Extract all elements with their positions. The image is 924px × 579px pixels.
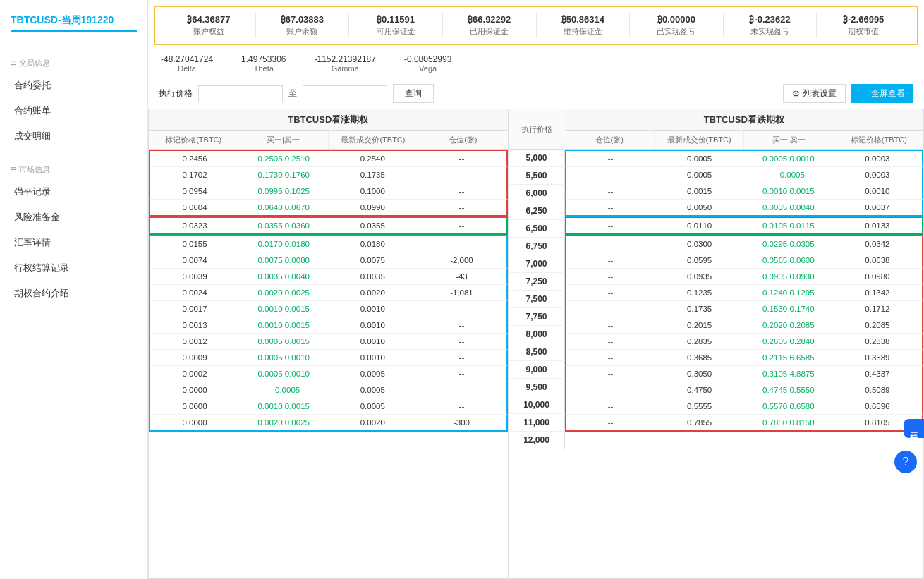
- table-row[interactable]: -- 0.4750 0.4745 0.5550 0.5089: [565, 382, 924, 398]
- call-last-price: 0.0010: [328, 301, 417, 317]
- put-mark-price: 0.2085: [833, 317, 922, 333]
- help-button[interactable]: ?: [894, 451, 917, 473]
- three-min-label: 三分钟玩转期权: [909, 426, 919, 431]
- put-position: --: [566, 183, 655, 199]
- put-bid-ask: 0.0105 0.0115: [744, 218, 833, 233]
- table-row[interactable]: -- 0.0005 0.0005 0.0010 0.0003: [565, 150, 924, 166]
- table-row[interactable]: -- 0.0005 -- 0.0005 0.0003: [565, 166, 924, 183]
- table-row[interactable]: -- 0.0595 0.0565 0.0600 0.0638: [565, 252, 924, 268]
- table-row[interactable]: 0.2456 0.2505 0.2510 0.2540 --: [149, 150, 508, 166]
- sidebar-item-trades[interactable]: 成交明细: [0, 123, 147, 149]
- gamma-value: -1152.21392187: [314, 54, 375, 64]
- call-last-price: 0.1735: [328, 167, 417, 183]
- table-row[interactable]: 0.0000 0.0020 0.0025 0.0020 -300: [149, 414, 508, 432]
- table-row[interactable]: 0.0000 -- 0.0005 0.0005 --: [149, 382, 508, 398]
- call-bid-ask: 0.0640 0.0670: [239, 200, 328, 215]
- call-position: --: [417, 382, 506, 398]
- theta-greek: 1.49753306 Theta: [241, 54, 286, 73]
- strike-price-row: 6,500: [509, 220, 565, 238]
- table-row[interactable]: -- 0.2835 0.2605 0.2840 0.2838: [565, 333, 924, 349]
- table-row[interactable]: 0.0009 0.0005 0.0010 0.0010 --: [149, 349, 508, 365]
- call-last-price: 0.1000: [328, 183, 417, 199]
- realized-pnl-label: 已实现盈亏: [636, 26, 717, 37]
- sidebar-item-exchange-rate[interactable]: 汇率详情: [0, 230, 147, 255]
- table-row[interactable]: -- 0.1235 0.1240 0.1295 0.1342: [565, 284, 924, 300]
- table-row[interactable]: -- 0.0110 0.0105 0.0115 0.0133: [565, 217, 924, 235]
- put-position: --: [566, 398, 655, 414]
- put-last-price: 0.0005: [655, 167, 744, 183]
- table-row[interactable]: -- 0.2015 0.2020 0.2085 0.2085: [565, 317, 924, 333]
- sidebar-item-exercise[interactable]: 行权结算记录: [0, 255, 147, 281]
- table-row[interactable]: 0.0323 0.0355 0.0360 0.0355 --: [149, 217, 508, 235]
- maint-value: ₿50.86314: [542, 14, 624, 25]
- strike-price-row: 6,250: [509, 202, 565, 220]
- sidebar-item-intro[interactable]: 期权合约介绍: [0, 281, 147, 306]
- table-row[interactable]: -- 0.0935 0.0905 0.0930 0.0980: [565, 268, 924, 284]
- strike-value: 7,750: [509, 308, 565, 325]
- call-position: --: [417, 317, 506, 333]
- table-row[interactable]: -- 0.3050 0.3105 4.8875 0.4337: [565, 365, 924, 382]
- table-row[interactable]: -- 0.0015 0.0010 0.0015 0.0010: [565, 183, 924, 199]
- three-min-button[interactable]: 三分钟玩转期权: [904, 419, 924, 438]
- put-last-price: 0.1235: [655, 285, 744, 300]
- sidebar-item-liquidation[interactable]: 强平记录: [0, 179, 147, 205]
- gamma-label: Gamma: [314, 64, 375, 73]
- put-last-price: 0.2015: [655, 317, 744, 333]
- query-button[interactable]: 查询: [393, 84, 434, 103]
- table-row[interactable]: 0.0954 0.0995 0.1025 0.1000 --: [149, 183, 508, 199]
- put-position: --: [566, 218, 655, 233]
- table-row[interactable]: 0.0604 0.0640 0.0670 0.0990 --: [149, 199, 508, 217]
- table-row[interactable]: -- 0.7855 0.7850 0.8150 0.8105: [565, 414, 924, 432]
- table-row[interactable]: 0.0024 0.0020 0.0025 0.0020 -1,081: [149, 284, 508, 300]
- fullscreen-button[interactable]: ⛶ 全屏查看: [851, 84, 913, 103]
- put-position: --: [566, 350, 655, 365]
- table-row[interactable]: -- 0.5555 0.5570 0.6580 0.6596: [565, 398, 924, 414]
- table-row[interactable]: 0.1702 0.1730 0.1760 0.1735 --: [149, 166, 508, 183]
- call-col-mark-price: 标记价格(TBTC): [149, 131, 238, 149]
- call-mark-price: 0.0000: [150, 382, 239, 398]
- theta-value: 1.49753306: [241, 54, 286, 64]
- sidebar-item-risk-fund[interactable]: 风险准备金: [0, 205, 147, 230]
- account-balance: ₿67.03883 账户余额: [256, 13, 350, 38]
- call-col-last-price: 最新成交价(TBTC): [329, 131, 418, 149]
- table-row[interactable]: 0.0155 0.0170 0.0180 0.0180 --: [149, 235, 508, 252]
- question-icon: ?: [903, 456, 909, 468]
- table-row[interactable]: -- 0.1735 0.1530 0.1740 0.1712: [565, 300, 924, 317]
- list-settings-button[interactable]: ⚙ 列表设置: [783, 84, 846, 103]
- put-last-price: 0.5555: [655, 398, 744, 414]
- table-row[interactable]: -- 0.0050 0.0035 0.0040 0.0037: [565, 199, 924, 217]
- avail-margin-value: ₿0.11591: [355, 14, 437, 25]
- sidebar-title[interactable]: TBTCUSD-当周191220: [11, 14, 137, 32]
- strike-price-to-input[interactable]: [303, 85, 387, 102]
- put-last-price: 0.7855: [655, 415, 744, 430]
- account-info-bar: ₿64.36877 账户权益 ₿67.03883 账户余额 ₿0.11591 可…: [154, 6, 918, 45]
- call-bid-ask: -- 0.0005: [239, 382, 328, 398]
- trading-info-section: 交易信息: [0, 53, 147, 73]
- table-row[interactable]: 0.0002 0.0005 0.0010 0.0005 --: [149, 365, 508, 382]
- strike-price-row: 7,000: [509, 255, 565, 273]
- call-position: --: [417, 350, 506, 365]
- call-bid-ask: 0.0995 0.1025: [239, 183, 328, 199]
- call-mark-price: 0.0009: [150, 350, 239, 365]
- table-row[interactable]: 0.0000 0.0010 0.0015 0.0005 --: [149, 398, 508, 414]
- table-row[interactable]: 0.0012 0.0005 0.0015 0.0010 --: [149, 333, 508, 349]
- call-mark-price: 0.0017: [150, 301, 239, 317]
- call-position: -43: [417, 269, 506, 284]
- call-bid-ask: 0.0035 0.0040: [239, 269, 328, 284]
- table-row[interactable]: 0.0017 0.0010 0.0015 0.0010 --: [149, 300, 508, 317]
- sidebar-item-account[interactable]: 合约账单: [0, 98, 147, 123]
- search-to-label: 至: [288, 87, 297, 99]
- put-mark-price: 0.3589: [833, 350, 922, 365]
- sidebar-item-order[interactable]: 合约委托: [0, 73, 147, 98]
- table-row[interactable]: -- 0.3685 0.2115 6.6585 0.3589: [565, 349, 924, 365]
- put-mark-price: 0.5089: [833, 382, 922, 398]
- put-last-price: 0.1735: [655, 301, 744, 317]
- strike-price-from-input[interactable]: [198, 85, 283, 102]
- call-bid-ask: 0.0010 0.0015: [239, 398, 328, 414]
- table-row[interactable]: -- 0.0300 0.0295 0.0305 0.0342: [565, 235, 924, 252]
- call-last-price: 0.0180: [328, 236, 417, 252]
- table-row[interactable]: 0.0013 0.0010 0.0015 0.0010 --: [149, 317, 508, 333]
- put-bid-ask: 0.0565 0.0600: [744, 252, 833, 268]
- table-row[interactable]: 0.0074 0.0075 0.0080 0.0075 -2,000: [149, 252, 508, 268]
- table-row[interactable]: 0.0039 0.0035 0.0040 0.0035 -43: [149, 268, 508, 284]
